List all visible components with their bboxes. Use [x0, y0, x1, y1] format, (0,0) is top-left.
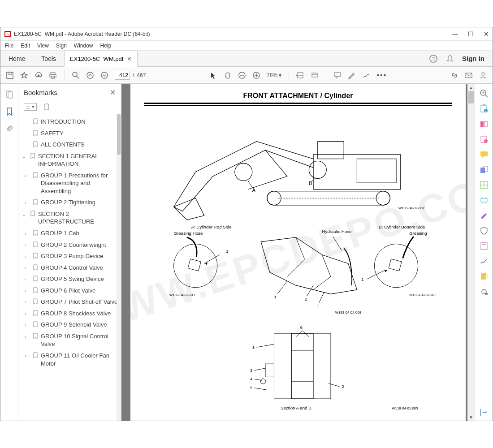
- save-icon[interactable]: [6, 71, 14, 79]
- chevron-right-icon[interactable]: ›: [25, 299, 30, 306]
- print-icon[interactable]: [49, 71, 57, 79]
- bm-sec2-g7[interactable]: GROUP 7 Pilot Shut-off Valve: [41, 298, 117, 306]
- sign-pen-icon[interactable]: [362, 71, 370, 79]
- bm-sec2-g3[interactable]: GROUP 3 Pump Device: [41, 252, 103, 260]
- menu-view[interactable]: View: [37, 43, 49, 49]
- page-down-icon[interactable]: [100, 71, 108, 79]
- scroll-down-icon[interactable]: ▼: [467, 414, 475, 421]
- bm-sec2-g4[interactable]: GROUP 4 Control Valve: [41, 264, 103, 272]
- menu-sign[interactable]: Sign: [56, 43, 67, 49]
- bookmarks-scrollbar[interactable]: [117, 114, 121, 421]
- menu-edit[interactable]: Edit: [21, 43, 30, 49]
- bookmarks-icon[interactable]: [5, 107, 14, 116]
- bookmarks-options-icon[interactable]: ☰ ▾: [24, 103, 37, 111]
- chevron-right-icon[interactable]: ›: [25, 322, 30, 328]
- protect-icon[interactable]: [480, 226, 489, 235]
- tab-document[interactable]: EX1200-5C_WM.pdf ✕: [64, 51, 138, 67]
- hand-pan-icon[interactable]: [224, 71, 232, 79]
- menu-help[interactable]: Help: [100, 43, 112, 49]
- menu-file[interactable]: File: [5, 43, 13, 49]
- zoom-in-icon[interactable]: [252, 71, 260, 79]
- create-pdf-icon[interactable]: +: [480, 135, 489, 144]
- account-icon[interactable]: [479, 71, 487, 79]
- find-bookmark-icon[interactable]: [43, 103, 50, 111]
- sign-in-button[interactable]: Sign In: [462, 55, 484, 62]
- chevron-right-icon[interactable]: ›: [25, 199, 30, 206]
- zoom-out-icon[interactable]: [238, 71, 246, 79]
- bm-safety[interactable]: SAFETY: [41, 129, 64, 138]
- svg-text:4: 4: [250, 376, 253, 381]
- share-link-icon[interactable]: [450, 71, 458, 79]
- fit-width-icon[interactable]: [296, 71, 304, 79]
- export-pdf-icon[interactable]: +: [480, 104, 489, 113]
- bm-sec1-g2[interactable]: GROUP 2 Tightening: [41, 198, 95, 207]
- email-icon[interactable]: [465, 71, 473, 79]
- chevron-right-icon[interactable]: ›: [25, 265, 30, 271]
- more-tools-gear-icon[interactable]: +: [480, 287, 489, 296]
- bm-sec2-g8[interactable]: GROUP 8 Shockless Valve: [41, 310, 111, 318]
- chevron-down-icon[interactable]: ⌄: [22, 153, 27, 160]
- bm-sec2-g11[interactable]: GROUP 11 Oil Cooler Fan Motor: [41, 352, 119, 367]
- page-number-input[interactable]: [115, 71, 130, 80]
- convert-icon[interactable]: [480, 272, 489, 281]
- bm-sec2-g2[interactable]: GROUP 2 Counterweight: [41, 241, 106, 249]
- bm-sec2-g5[interactable]: GROUP 5 Swing Device: [41, 275, 104, 283]
- bm-sec2[interactable]: SECTION 2 UPPERSTRUCTURE: [38, 210, 119, 226]
- bm-sec1-g1[interactable]: GROUP 1 Precautions for Disassembling an…: [41, 172, 119, 195]
- organize-pages-icon[interactable]: [480, 181, 489, 190]
- chevron-right-icon[interactable]: ›: [25, 242, 30, 249]
- star-icon[interactable]: [20, 71, 28, 79]
- help-icon[interactable]: ?: [429, 54, 438, 63]
- bm-intro[interactable]: INTRODUCTION: [41, 118, 86, 126]
- bm-sec2-g6[interactable]: GROUP 6 Pilot Valve: [41, 287, 95, 295]
- bm-allcontents[interactable]: ALL CONTENTS: [41, 141, 85, 149]
- chevron-down-icon[interactable]: ⌄: [22, 211, 27, 218]
- close-window-button[interactable]: ✕: [484, 30, 489, 38]
- tab-home[interactable]: Home: [0, 51, 33, 66]
- tab-tools[interactable]: Tools: [33, 51, 64, 66]
- chevron-right-icon[interactable]: ›: [25, 253, 30, 260]
- chevron-right-icon[interactable]: ›: [25, 353, 30, 359]
- compress-icon[interactable]: [480, 196, 489, 205]
- zoom-level[interactable]: 78% ▾: [267, 72, 281, 78]
- minimize-button[interactable]: —: [452, 30, 458, 38]
- chevron-right-icon[interactable]: ›: [25, 172, 30, 179]
- bm-sec2-g1[interactable]: GROUP 1 Cab: [41, 229, 79, 237]
- scroll-up-icon[interactable]: ▲: [467, 84, 475, 91]
- bm-sec2-g9[interactable]: GROUP 9 Solenoid Valve: [41, 321, 107, 329]
- chevron-right-icon[interactable]: ›: [25, 333, 30, 340]
- redact-icon[interactable]: [480, 211, 489, 220]
- more-tools-icon[interactable]: •••: [376, 71, 387, 79]
- chevron-right-icon[interactable]: ›: [25, 230, 30, 237]
- page-up-icon[interactable]: [86, 71, 94, 79]
- collapse-pane-icon[interactable]: |→: [479, 408, 488, 416]
- bookmarks-close-icon[interactable]: ✕: [110, 88, 116, 97]
- comment-tool-icon[interactable]: [480, 150, 489, 159]
- document-viewport[interactable]: WWW.EPCDEPO.COM FRONT ATTACHMENT / Cylin…: [121, 84, 475, 421]
- svg-line-59: [367, 270, 385, 279]
- maximize-button[interactable]: ☐: [468, 30, 474, 38]
- zoom-search-icon[interactable]: [72, 71, 80, 79]
- highlight-icon[interactable]: [348, 71, 356, 79]
- tab-close-icon[interactable]: ✕: [127, 56, 132, 62]
- fill-sign-icon[interactable]: [480, 241, 489, 250]
- sign-icon[interactable]: [480, 257, 489, 266]
- chevron-right-icon[interactable]: ›: [25, 310, 30, 317]
- chevron-right-icon[interactable]: ›: [25, 276, 30, 283]
- combine-files-icon[interactable]: [480, 165, 489, 174]
- cloud-upload-icon[interactable]: [35, 71, 43, 79]
- document-scrollbar[interactable]: ▲ ▼: [467, 84, 475, 421]
- select-arrow-icon[interactable]: [209, 71, 217, 79]
- menu-window[interactable]: Window: [74, 43, 93, 49]
- bm-sec2-g10[interactable]: GROUP 10 Signal Control Valve: [41, 332, 119, 348]
- page-display-icon[interactable]: [311, 71, 319, 79]
- comment-icon[interactable]: [333, 71, 342, 79]
- svg-text:Hydraulic Hose: Hydraulic Hose: [322, 229, 352, 234]
- edit-pdf-icon[interactable]: [480, 120, 489, 129]
- thumbnails-icon[interactable]: [5, 90, 14, 99]
- bell-icon[interactable]: [446, 55, 454, 63]
- chevron-right-icon[interactable]: ›: [25, 288, 30, 294]
- search-plus-icon[interactable]: [480, 89, 489, 98]
- attachments-icon[interactable]: [5, 124, 14, 133]
- bm-sec1[interactable]: SECTION 1 GENERAL INFORMATION: [38, 152, 119, 168]
